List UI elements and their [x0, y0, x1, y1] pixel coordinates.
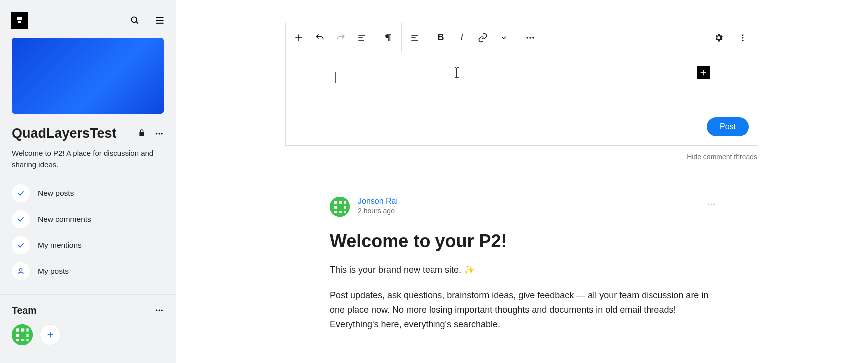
- svg-rect-13: [16, 328, 19, 331]
- svg-rect-15: [26, 328, 28, 331]
- svg-point-34: [742, 34, 744, 36]
- chevron-down-icon[interactable]: [498, 32, 510, 44]
- svg-rect-17: [26, 333, 28, 336]
- post-author[interactable]: Jonson Rai: [358, 197, 398, 206]
- undo-icon[interactable]: [314, 32, 326, 44]
- divider: [176, 167, 868, 167]
- svg-point-8: [19, 268, 22, 271]
- svg-rect-16: [16, 333, 19, 336]
- svg-point-6: [159, 133, 160, 134]
- svg-rect-42: [344, 201, 346, 204]
- more-icon[interactable]: [707, 200, 716, 211]
- hide-comment-threads[interactable]: Hide comment threads: [285, 146, 758, 167]
- avatar[interactable]: [330, 197, 350, 217]
- post-timestamp: 2 hours ago: [358, 207, 398, 215]
- add-icon[interactable]: [293, 32, 305, 44]
- more-icon[interactable]: [155, 129, 164, 138]
- logo-icon[interactable]: [11, 12, 28, 29]
- svg-point-5: [156, 133, 157, 134]
- post-paragraph: This is your brand new team site. ✨: [330, 263, 714, 277]
- filter-label: My posts: [38, 267, 69, 276]
- feed-post: Jonson Rai 2 hours ago Welcome to your P…: [330, 197, 714, 343]
- svg-point-0: [131, 17, 137, 22]
- italic-icon[interactable]: I: [456, 32, 468, 44]
- filter-list: New posts New comments My mentions My po…: [12, 182, 164, 294]
- more-icon[interactable]: [155, 306, 164, 315]
- link-icon[interactable]: [477, 32, 489, 44]
- svg-point-10: [159, 310, 160, 311]
- svg-point-33: [532, 37, 534, 38]
- team-section: Team: [0, 295, 176, 355]
- svg-rect-20: [26, 339, 28, 341]
- redo-icon: [335, 32, 347, 44]
- svg-point-50: [713, 204, 715, 205]
- svg-point-32: [529, 37, 531, 38]
- svg-line-1: [136, 22, 138, 24]
- add-block-button[interactable]: [697, 66, 710, 79]
- main: B I: [176, 0, 868, 363]
- check-icon: [12, 210, 30, 228]
- svg-point-36: [742, 39, 744, 41]
- post-button[interactable]: Post: [707, 117, 749, 136]
- filter-new-posts[interactable]: New posts: [12, 182, 164, 204]
- svg-rect-41: [339, 201, 342, 204]
- svg-rect-18: [16, 339, 19, 341]
- text-caret: |: [334, 70, 337, 83]
- svg-point-31: [527, 37, 528, 38]
- check-icon: [12, 184, 30, 202]
- svg-point-35: [742, 37, 744, 38]
- svg-rect-39: [330, 197, 350, 217]
- bold-icon[interactable]: B: [435, 32, 447, 44]
- sidebar: QuadLayersTest Welcome to P2! A place fo…: [0, 0, 176, 363]
- site-description: Welcome to P2! A place for discussion an…: [12, 147, 164, 171]
- paragraph-icon[interactable]: [382, 32, 394, 44]
- svg-point-9: [156, 310, 157, 311]
- filter-new-comments[interactable]: New comments: [12, 208, 164, 230]
- outline-icon[interactable]: [356, 32, 368, 44]
- avatar[interactable]: [12, 324, 33, 345]
- menu-icon[interactable]: [155, 16, 165, 25]
- svg-point-49: [711, 204, 712, 205]
- post-title: Welcome to your P2!: [330, 231, 714, 252]
- svg-rect-46: [339, 211, 342, 213]
- svg-rect-44: [344, 206, 346, 209]
- svg-point-48: [708, 204, 709, 205]
- add-member-button[interactable]: [40, 324, 61, 345]
- post-paragraph: Post updates, ask questions, brainstorm …: [330, 288, 714, 332]
- user-icon: [12, 262, 30, 280]
- svg-rect-19: [21, 339, 24, 341]
- filter-my-posts[interactable]: My posts: [12, 260, 164, 282]
- editor-toolbar: B I: [286, 23, 758, 52]
- filter-label: New comments: [38, 215, 91, 224]
- align-icon[interactable]: [409, 32, 421, 44]
- svg-rect-40: [334, 201, 337, 204]
- svg-rect-12: [12, 324, 33, 345]
- lock-icon: [138, 129, 146, 139]
- editor-canvas[interactable]: |: [286, 52, 758, 112]
- svg-point-7: [161, 133, 163, 134]
- filter-my-mentions[interactable]: My mentions: [12, 234, 164, 256]
- filter-label: New posts: [38, 189, 74, 198]
- post-editor: B I: [285, 23, 758, 146]
- kebab-icon[interactable]: [737, 32, 749, 44]
- svg-point-11: [161, 310, 163, 311]
- team-title: Team: [12, 305, 37, 316]
- gear-icon[interactable]: [713, 32, 725, 44]
- check-icon: [12, 236, 30, 254]
- sidebar-top: [0, 0, 176, 38]
- filter-label: My mentions: [38, 241, 82, 250]
- text-cursor-icon: [453, 67, 460, 80]
- svg-rect-14: [21, 328, 24, 331]
- more-icon[interactable]: [524, 32, 536, 44]
- search-icon[interactable]: [130, 15, 140, 25]
- svg-rect-47: [344, 211, 346, 213]
- site-banner: [12, 38, 164, 114]
- svg-rect-45: [334, 211, 337, 213]
- site-title: QuadLayersTest: [12, 126, 117, 141]
- svg-rect-43: [334, 206, 337, 209]
